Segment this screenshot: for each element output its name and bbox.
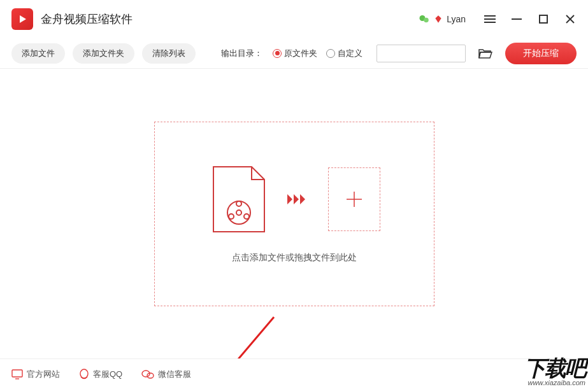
monitor-icon bbox=[11, 369, 23, 379]
svg-point-12 bbox=[236, 201, 241, 206]
window-controls bbox=[484, 13, 577, 25]
menu-button[interactable] bbox=[484, 13, 496, 25]
main-area: 点击添加文件或拖拽文件到此处 bbox=[0, 69, 588, 358]
start-compress-button[interactable]: 开始压缩 bbox=[505, 43, 577, 64]
footer-qq-label: 客服QQ bbox=[93, 369, 122, 380]
svg-marker-16 bbox=[294, 194, 299, 204]
user-name: Lyan bbox=[447, 14, 466, 24]
drop-zone-graphics bbox=[208, 164, 380, 234]
plus-box bbox=[328, 167, 380, 231]
svg-rect-5 bbox=[484, 22, 496, 23]
radio-custom-folder[interactable]: 自定义 bbox=[326, 48, 362, 59]
footer-wechat-label: 微信客服 bbox=[158, 369, 191, 380]
toolbar: 添加文件 添加文件夹 清除列表 输出目录： 原文件夹 自定义 开始压缩 bbox=[0, 38, 588, 69]
footer-website-label: 官方网站 bbox=[27, 369, 60, 380]
add-file-button[interactable]: 添加文件 bbox=[11, 43, 65, 64]
folder-open-icon bbox=[478, 48, 492, 59]
svg-point-11 bbox=[236, 210, 241, 215]
close-icon bbox=[566, 15, 575, 24]
output-dir-label: 输出目录： bbox=[221, 48, 262, 59]
svg-point-26 bbox=[147, 373, 154, 378]
svg-marker-0 bbox=[20, 15, 26, 23]
wechat-icon bbox=[419, 13, 430, 25]
file-video-icon bbox=[208, 164, 269, 234]
svg-marker-17 bbox=[300, 194, 305, 204]
official-website-link[interactable]: 官方网站 bbox=[11, 369, 60, 380]
output-path-input[interactable] bbox=[376, 45, 466, 62]
svg-rect-3 bbox=[484, 15, 496, 17]
browse-folder-button[interactable] bbox=[478, 48, 492, 59]
radio-custom-label: 自定义 bbox=[338, 48, 362, 59]
title-bar: 金舟视频压缩软件 Lyan bbox=[0, 0, 588, 38]
radio-icon bbox=[273, 49, 282, 58]
minimize-button[interactable] bbox=[510, 13, 523, 25]
app-logo bbox=[11, 8, 33, 30]
user-area[interactable]: Lyan bbox=[419, 13, 466, 25]
minimize-icon bbox=[512, 14, 522, 24]
wechat-icon bbox=[141, 369, 154, 379]
wechat-support-link[interactable]: 微信客服 bbox=[141, 369, 191, 380]
svg-rect-22 bbox=[12, 370, 22, 377]
svg-rect-6 bbox=[512, 18, 522, 20]
drop-zone-hint: 点击添加文件或拖拽文件到此处 bbox=[232, 252, 357, 264]
plus-icon bbox=[345, 190, 363, 208]
close-button[interactable] bbox=[564, 13, 577, 25]
svg-point-10 bbox=[227, 201, 250, 224]
qq-support-link[interactable]: 客服QQ bbox=[79, 369, 122, 380]
radio-source-folder[interactable]: 原文件夹 bbox=[273, 48, 317, 59]
radio-source-label: 原文件夹 bbox=[284, 48, 317, 59]
svg-point-14 bbox=[229, 214, 234, 219]
svg-point-13 bbox=[244, 214, 249, 219]
add-folder-button[interactable]: 添加文件夹 bbox=[73, 43, 134, 64]
svg-point-2 bbox=[424, 18, 429, 23]
drop-zone[interactable]: 点击添加文件或拖拽文件到此处 bbox=[154, 122, 434, 306]
play-icon bbox=[16, 13, 29, 25]
output-dir-radio-group: 原文件夹 自定义 bbox=[273, 48, 362, 59]
qq-icon bbox=[79, 369, 89, 380]
maximize-icon bbox=[539, 15, 548, 24]
svg-rect-7 bbox=[540, 15, 547, 23]
diamond-icon bbox=[434, 15, 443, 24]
svg-marker-15 bbox=[287, 194, 292, 204]
hamburger-icon bbox=[484, 13, 496, 25]
arrows-icon bbox=[287, 192, 310, 207]
app-title: 金舟视频压缩软件 bbox=[41, 11, 133, 27]
maximize-button[interactable] bbox=[537, 13, 550, 25]
clear-list-button[interactable]: 清除列表 bbox=[142, 43, 196, 64]
radio-icon bbox=[326, 49, 335, 58]
footer: 官方网站 客服QQ 微信客服 bbox=[0, 358, 588, 389]
svg-rect-4 bbox=[484, 18, 496, 20]
